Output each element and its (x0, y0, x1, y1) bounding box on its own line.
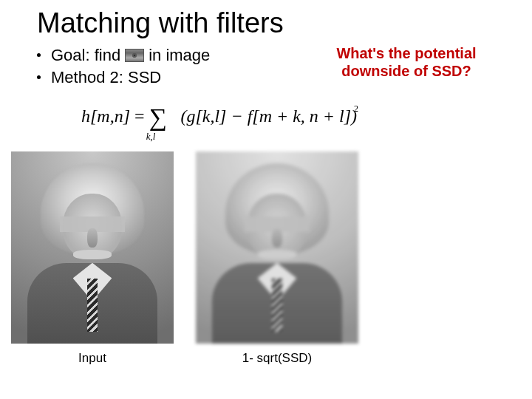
eq-body: (g[k,l] − f[m + k, n + l]) (180, 106, 357, 126)
eq-power: 2 (354, 103, 358, 114)
image-row: Input 1- sqrt(SSD) (11, 151, 358, 366)
input-caption: Input (78, 351, 106, 366)
slide-title: Matching with filters (37, 7, 284, 39)
bullet-list: Goal: find in image Method 2: SSD (37, 44, 210, 88)
result-caption: 1- sqrt(SSD) (242, 351, 312, 366)
callout-line1: What's the potential (325, 44, 488, 62)
goal-prefix-text: Goal: find (51, 44, 120, 66)
input-image-column: Input (11, 151, 174, 366)
input-image (11, 151, 174, 344)
bullet-method: Method 2: SSD (37, 66, 210, 89)
eq-sum-sub: k,l (146, 131, 156, 142)
slide-root: Matching with filters Goal: find in imag… (0, 0, 532, 399)
goal-suffix-text: in image (149, 44, 210, 66)
callout-line2: downside of SSD? (325, 62, 488, 80)
eq-equals: = (134, 106, 145, 126)
ssd-downside-callout: What's the potential downside of SSD? (325, 44, 488, 80)
bullet-dot-icon (37, 53, 41, 57)
bullet-goal: Goal: find in image (37, 44, 210, 66)
template-patch-icon (125, 49, 144, 62)
eq-lhs: h[m,n] (81, 106, 130, 126)
result-image-column: 1- sqrt(SSD) (196, 151, 358, 366)
ssd-equation: h[m,n] = ∑k,l (g[k,l] − f[m + k, n + l])… (81, 103, 358, 132)
ssd-result-image (196, 151, 358, 344)
bullet-dot-icon (37, 75, 41, 79)
method-text: Method 2: SSD (51, 66, 161, 89)
eq-sum-symbol: ∑ (149, 103, 167, 131)
